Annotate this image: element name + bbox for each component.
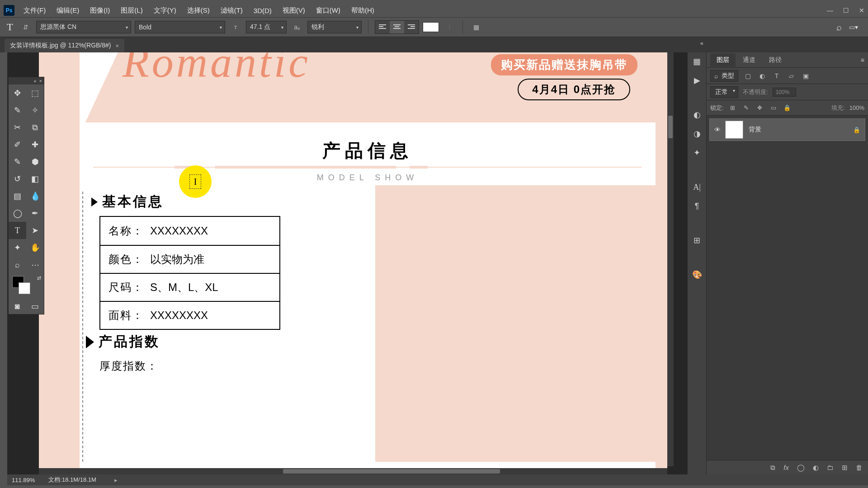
- menu-image[interactable]: 图像(I): [90, 6, 110, 15]
- font-size-dropdown[interactable]: 47.1 点: [246, 21, 287, 33]
- character-panel-icon[interactable]: A|: [691, 181, 703, 193]
- slice-tool[interactable]: ⧉: [26, 119, 44, 136]
- adjustments-panel-icon[interactable]: ◑: [691, 127, 703, 140]
- screen-mode-icon[interactable]: ▭: [26, 299, 44, 314]
- hand-tool[interactable]: ✋: [26, 239, 44, 256]
- blur-tool[interactable]: 💧: [26, 188, 44, 205]
- menu-window[interactable]: 窗口(W): [316, 6, 340, 15]
- link-layers-icon[interactable]: ⧉: [770, 464, 775, 472]
- brush-tool[interactable]: ✎: [9, 153, 26, 170]
- window-close-icon[interactable]: ✕: [859, 7, 864, 14]
- path-select-tool[interactable]: ➤: [26, 222, 44, 239]
- layer-mask-icon[interactable]: ◯: [797, 464, 805, 472]
- font-weight-dropdown[interactable]: Bold: [135, 21, 225, 33]
- filter-type-icon[interactable]: T: [772, 71, 782, 81]
- filter-shape-icon[interactable]: ▱: [786, 71, 796, 81]
- tab-layers[interactable]: 图层: [710, 53, 736, 67]
- close-tools-icon[interactable]: ×: [39, 78, 42, 84]
- lock-artboard-icon[interactable]: ▭: [769, 103, 778, 113]
- align-right-icon[interactable]: [404, 21, 419, 33]
- align-center-icon[interactable]: [390, 21, 404, 33]
- doc-size[interactable]: 文档:18.1M/18.1M: [48, 476, 96, 484]
- collapse-tools-icon[interactable]: «: [33, 78, 36, 84]
- lock-all-icon[interactable]: 🔒: [783, 103, 792, 113]
- antialias-dropdown[interactable]: 锐利: [307, 21, 362, 33]
- paragraph-panel-icon[interactable]: ¶: [691, 200, 703, 212]
- zoom-tool[interactable]: ⌕: [9, 256, 26, 273]
- workspace-icon[interactable]: ▭▾: [849, 23, 858, 31]
- quick-mask-icon[interactable]: ◙: [9, 299, 26, 314]
- tab-paths[interactable]: 路径: [763, 53, 788, 67]
- eyedropper-tool[interactable]: ✐: [9, 136, 26, 153]
- vertical-scrollbar[interactable]: [667, 52, 674, 466]
- color-swatches[interactable]: ⇄: [9, 273, 44, 299]
- fill-value[interactable]: 100%: [849, 104, 864, 111]
- horizontal-scrollbar[interactable]: [39, 468, 667, 474]
- shape-tool[interactable]: ✦: [9, 239, 26, 256]
- quick-select-tool[interactable]: ✧: [26, 102, 44, 119]
- menu-edit[interactable]: 编辑(E): [57, 6, 79, 15]
- layer-fx-icon[interactable]: fx: [783, 464, 789, 471]
- panel-menu-icon[interactable]: ≡: [861, 56, 864, 64]
- menu-3d[interactable]: 3D(D): [254, 7, 272, 14]
- zoom-level[interactable]: 111.89%: [12, 477, 35, 483]
- crop-tool[interactable]: ✂: [9, 119, 26, 136]
- menu-help[interactable]: 帮助(H): [351, 6, 374, 15]
- opacity-value[interactable]: 100%: [773, 88, 796, 97]
- font-family-dropdown[interactable]: 思源黑体 CN: [36, 21, 131, 33]
- color-panel-icon[interactable]: 🎨: [691, 268, 703, 281]
- expand-panels-icon[interactable]: «: [700, 40, 703, 47]
- lock-position-icon[interactable]: ✥: [755, 103, 764, 113]
- filter-adjust-icon[interactable]: ◐: [757, 71, 767, 81]
- dodge-tool[interactable]: ◯: [9, 205, 26, 222]
- menu-file[interactable]: 文件(F): [24, 6, 46, 15]
- edit-toolbar-icon[interactable]: ⋯: [26, 256, 44, 273]
- background-color[interactable]: [19, 282, 30, 294]
- menu-layer[interactable]: 图层(L): [121, 6, 142, 15]
- styles-panel-icon[interactable]: ✦: [691, 146, 703, 159]
- properties-panel-icon[interactable]: ◐: [691, 108, 703, 121]
- blend-mode-dropdown[interactable]: 正常: [710, 86, 738, 98]
- adjustment-layer-icon[interactable]: ◐: [813, 464, 819, 472]
- pen-tool[interactable]: ✒: [26, 205, 44, 222]
- filter-kind-dropdown[interactable]: ⌕类型: [710, 70, 738, 82]
- gradient-tool[interactable]: ▤: [9, 188, 26, 205]
- status-more-icon[interactable]: ▸: [114, 477, 118, 483]
- warp-text-icon[interactable]: ⌇: [443, 20, 456, 34]
- tab-channels[interactable]: 通道: [736, 53, 762, 67]
- healing-tool[interactable]: ✚: [26, 136, 44, 153]
- lock-transparent-icon[interactable]: ⊞: [728, 103, 737, 113]
- visibility-icon[interactable]: 👁: [710, 126, 725, 133]
- window-maximize-icon[interactable]: ☐: [843, 7, 849, 14]
- swap-colors-icon[interactable]: ⇄: [37, 275, 41, 281]
- history-panel-icon[interactable]: ▦: [691, 55, 703, 68]
- swatches-panel-icon[interactable]: ⊞: [691, 234, 703, 247]
- search-icon[interactable]: ⌕: [836, 22, 842, 33]
- lock-pixels-icon[interactable]: ✎: [742, 103, 751, 113]
- eraser-tool[interactable]: ◧: [26, 170, 44, 188]
- group-icon[interactable]: 🗀: [827, 464, 834, 471]
- lasso-tool[interactable]: ✎: [9, 102, 26, 119]
- character-panel-icon[interactable]: ▦: [469, 20, 483, 34]
- menu-view[interactable]: 视图(V): [283, 6, 305, 15]
- move-tool[interactable]: ✥: [9, 84, 26, 102]
- layer-thumbnail[interactable]: [725, 121, 743, 139]
- delete-layer-icon[interactable]: 🗑: [856, 464, 863, 471]
- menu-type[interactable]: 文字(Y): [154, 6, 176, 15]
- history-brush-tool[interactable]: ↺: [9, 170, 26, 188]
- toggle-orientation-icon[interactable]: ⇵: [19, 20, 33, 34]
- menu-select[interactable]: 选择(S): [187, 6, 210, 15]
- tab-close-icon[interactable]: ×: [116, 42, 119, 49]
- actions-panel-icon[interactable]: ▶: [691, 74, 703, 87]
- filter-smart-icon[interactable]: ▣: [801, 71, 811, 81]
- type-tool[interactable]: T: [9, 222, 26, 239]
- layer-row[interactable]: 👁 背景 🔒: [709, 118, 865, 141]
- new-layer-icon[interactable]: ⊞: [842, 464, 848, 472]
- stamp-tool[interactable]: ⬢: [26, 153, 44, 170]
- document-tab[interactable]: 女装详情模板.jpg @ 112%(RGB/8#) ×: [5, 39, 124, 52]
- filter-pixel-icon[interactable]: ▢: [743, 71, 753, 81]
- window-minimize-icon[interactable]: —: [827, 7, 833, 14]
- align-left-icon[interactable]: [375, 21, 390, 33]
- menu-filter[interactable]: 滤镜(T): [221, 6, 243, 15]
- text-color-swatch[interactable]: [423, 22, 439, 32]
